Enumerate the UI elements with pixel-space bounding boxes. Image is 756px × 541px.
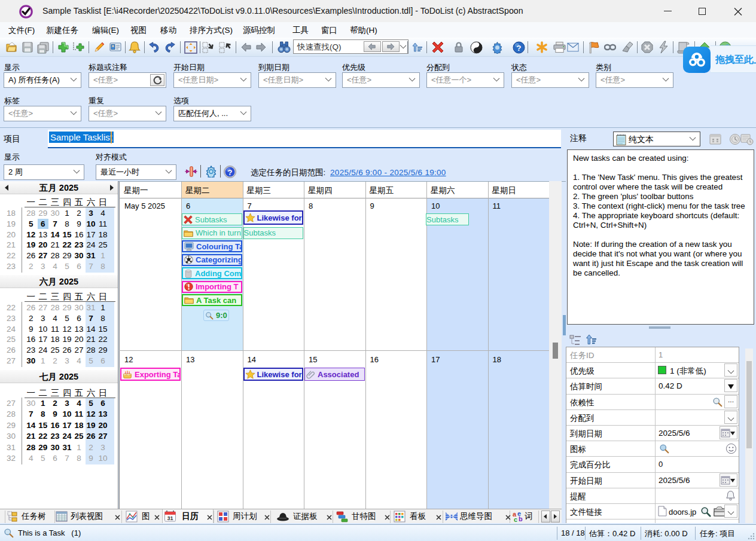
svg-text:b: b	[519, 515, 523, 522]
svg-text:31: 31	[167, 515, 173, 521]
svg-text:?: ?	[228, 168, 233, 177]
svg-text:c: c	[514, 516, 517, 522]
svg-text:?: ?	[517, 44, 522, 53]
